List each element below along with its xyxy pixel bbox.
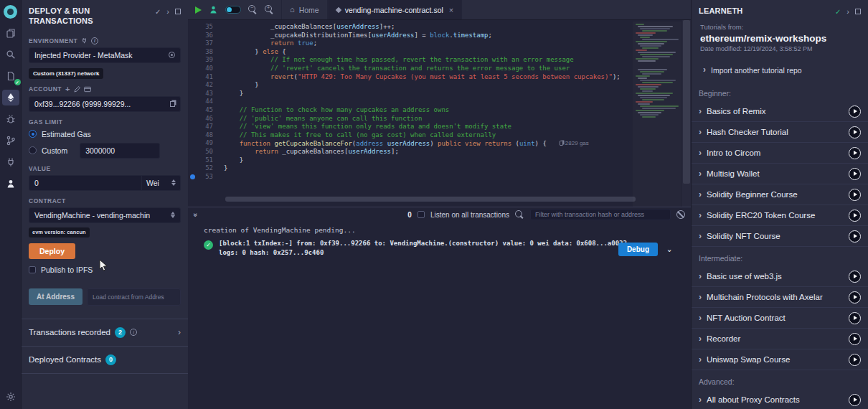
account-select[interactable]: 0xf39...92266 (9999.99929... xyxy=(29,96,181,112)
tutorial-item[interactable]: ›Basics of Remix xyxy=(692,101,868,122)
listen-all-transactions-label: Listen on all transactions xyxy=(430,211,509,219)
tutorial-item[interactable]: ›Multisig Wallet xyxy=(692,164,868,184)
at-address-button[interactable]: At Address xyxy=(29,288,82,305)
code-line: 36 _cupcakeDistributionTimes[userAddress… xyxy=(188,32,691,40)
horizontal-scrollbar[interactable] xyxy=(225,197,636,202)
tutorial-item[interactable]: ›NFT Auction Contract xyxy=(692,308,868,329)
publish-ipfs-checkbox[interactable] xyxy=(29,266,36,273)
import-tutorial-link[interactable]: › Import another tutorial repo xyxy=(692,57,868,82)
debug-button[interactable]: Debug xyxy=(618,243,658,256)
tutorial-item[interactable]: ›Solidity ERC20 Token Course xyxy=(692,205,868,226)
learneth-collapse-icon[interactable]: › xyxy=(846,7,849,16)
copilot-toggle[interactable] xyxy=(225,6,241,14)
listen-all-transactions-checkbox[interactable] xyxy=(418,211,425,218)
run-script-icon[interactable] xyxy=(195,6,202,14)
play-icon[interactable] xyxy=(849,394,861,406)
terminal-search-icon[interactable] xyxy=(515,210,524,220)
assistant-icon[interactable] xyxy=(209,5,218,14)
clear-console-icon[interactable] xyxy=(676,210,685,219)
play-icon[interactable] xyxy=(849,271,861,283)
play-icon[interactable] xyxy=(849,333,861,345)
breakpoint-dot[interactable] xyxy=(190,174,195,179)
code-line: 38 } else { xyxy=(188,48,691,57)
tutorial-item[interactable]: ›Solidity NFT Course xyxy=(692,226,868,247)
terminal-expand-icon[interactable]: » xyxy=(192,212,199,217)
copy-account-icon[interactable] xyxy=(170,101,175,107)
search-icon[interactable] xyxy=(2,47,19,62)
transactions-info-icon[interactable]: i xyxy=(130,329,137,336)
learneth-plugin-icon[interactable] xyxy=(2,176,19,192)
contract-carets-icon xyxy=(171,212,175,218)
play-icon[interactable] xyxy=(849,105,861,118)
tutorial-item[interactable]: ›Solidity Beginner Course xyxy=(692,184,868,205)
play-icon[interactable] xyxy=(849,230,861,243)
solidity-file-icon xyxy=(335,6,341,12)
play-icon[interactable] xyxy=(849,291,861,304)
environment-select[interactable]: Injected Provider - MetaMask xyxy=(29,47,181,63)
learneth-popout-icon[interactable] xyxy=(855,9,861,14)
tutorial-item[interactable]: ›Multichain Protocols with Axelar xyxy=(692,287,868,308)
tutorial-item[interactable]: ›Uniswap Swap Course xyxy=(692,349,868,370)
deployed-contracts-count-badge: 0 xyxy=(105,354,116,365)
at-address-input[interactable] xyxy=(87,288,181,306)
play-icon[interactable] xyxy=(849,354,861,366)
minimap[interactable] xyxy=(633,22,681,207)
estimated-gas-radio[interactable] xyxy=(29,130,37,138)
settings-icon[interactable] xyxy=(2,389,19,405)
contract-select[interactable]: VendingMachine - vending-machin xyxy=(29,207,181,223)
deploy-button[interactable]: Deploy xyxy=(29,243,75,259)
code-line: 42 } xyxy=(188,81,691,90)
gas-estimate-annotation: 2829 gas xyxy=(560,139,589,148)
transactions-recorded-row[interactable]: Transactions recorded 2 i › xyxy=(22,319,188,347)
code-editor[interactable]: 35 _cupcakeBalances[userAddress]++;36 _c… xyxy=(188,20,691,207)
debugger-icon[interactable] xyxy=(2,111,19,127)
tutorial-item[interactable]: ›Recorder xyxy=(692,329,868,349)
tutorial-item[interactable]: ›Hash Checker Tutorial xyxy=(692,122,868,143)
add-account-icon[interactable]: + xyxy=(65,85,70,93)
custom-gas-radio[interactable] xyxy=(29,146,37,154)
panel-title: DEPLOY & RUN TRANSACTIONS xyxy=(29,6,155,27)
tutorial-item[interactable]: ›All about Proxy Contracts xyxy=(692,390,868,409)
play-icon[interactable] xyxy=(849,126,861,138)
deploy-run-icon[interactable] xyxy=(2,90,19,105)
custom-gas-input[interactable] xyxy=(80,143,160,159)
play-icon[interactable] xyxy=(849,189,861,201)
tutorial-item-label: Solidity NFT Course xyxy=(707,232,844,240)
tab-home[interactable]: ⌂ Home xyxy=(281,0,328,19)
remix-ide-window: ✓ DEPLOY & RUN TRANSACTIONS ✓ › xyxy=(0,0,868,409)
play-icon[interactable] xyxy=(849,168,861,180)
tutorial-item-label: All about Proxy Contracts xyxy=(707,395,844,404)
play-icon[interactable] xyxy=(849,312,861,324)
play-icon[interactable] xyxy=(849,210,861,222)
solidity-compiler-icon[interactable]: ✓ xyxy=(2,68,19,84)
terminal-filter-input[interactable] xyxy=(530,209,671,220)
wallet-icon[interactable] xyxy=(84,86,91,93)
transactions-expand-icon[interactable]: › xyxy=(178,327,181,337)
value-unit-select[interactable]: Wei xyxy=(142,175,181,191)
value-input[interactable] xyxy=(29,175,142,191)
deployed-contracts-row[interactable]: Deployed Contracts 0 xyxy=(22,347,188,374)
tutorial-item[interactable]: ›Intro to Circom xyxy=(692,143,868,164)
file-explorer-icon[interactable] xyxy=(2,25,19,41)
close-tab-icon[interactable]: × xyxy=(449,6,453,14)
environment-settings-icon[interactable] xyxy=(169,52,175,58)
zoom-in-icon[interactable]: + xyxy=(265,5,274,14)
plugin-manager-icon[interactable] xyxy=(2,154,19,170)
tutorial-item-label: Basic use of web3.js xyxy=(707,272,844,281)
environment-info-icon[interactable]: i xyxy=(91,37,98,44)
panel-popout-icon[interactable] xyxy=(175,9,181,14)
tx-expand-icon[interactable]: › xyxy=(665,248,674,253)
remix-logo[interactable] xyxy=(2,4,19,19)
tab-vending-machine-contract[interactable]: vending-machine-contract.sol × xyxy=(328,0,463,19)
chevron-right-icon: › xyxy=(699,210,702,220)
tutorial-item[interactable]: ›Basic use of web3.js xyxy=(692,266,868,287)
unit-testing-icon[interactable] xyxy=(2,133,19,149)
panel-collapse-icon[interactable]: › xyxy=(166,7,169,16)
vertical-scrollbar[interactable] xyxy=(682,20,691,207)
zoom-out-icon[interactable]: − xyxy=(248,5,258,14)
code-line: 48 // This makes it free to call (no gas… xyxy=(188,131,691,140)
tutorial-item-label: NFT Auction Contract xyxy=(707,314,844,322)
account-value: 0xf39...92266 (9999.99929... xyxy=(34,100,166,108)
play-icon[interactable] xyxy=(849,147,861,159)
sign-message-icon[interactable] xyxy=(74,86,80,93)
